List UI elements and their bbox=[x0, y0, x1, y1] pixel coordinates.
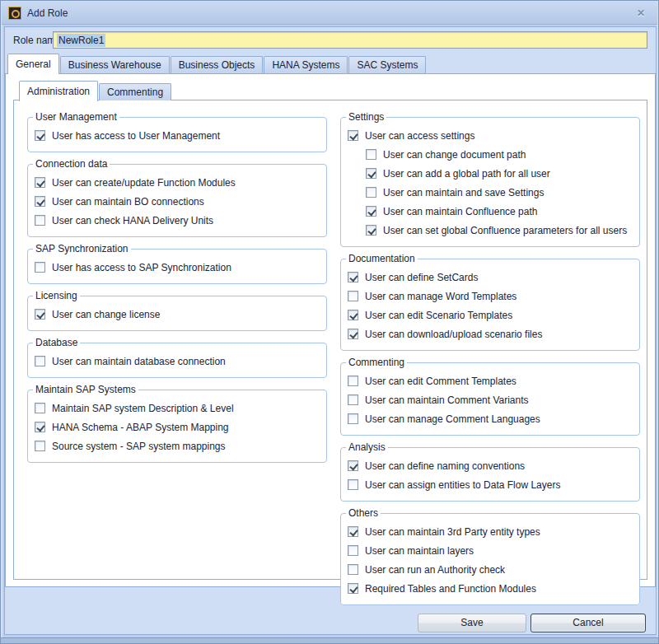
checkbox-label[interactable]: User can check HANA Delivery Units bbox=[52, 215, 213, 226]
checkbox-label[interactable]: User can add a global path for all user bbox=[383, 168, 550, 180]
checkbox-hana-schema-abap-system-mapping[interactable] bbox=[35, 422, 45, 432]
checkbox-required-tables-and-function-modules[interactable] bbox=[348, 583, 358, 594]
checkbox-label[interactable]: User has access to User Management bbox=[52, 130, 220, 142]
checkbox-label[interactable]: Maintain SAP system Description & Level bbox=[52, 403, 234, 414]
checkbox-user-has-access-to-sap-synchronization[interactable] bbox=[35, 262, 45, 273]
administration-panel: User ManagementUser has access to User M… bbox=[13, 100, 647, 580]
checkbox-user-can-maintain-comment-variants[interactable] bbox=[348, 394, 358, 405]
group-commenting: CommentingUser can edit Comment Template… bbox=[340, 357, 640, 436]
tab-general[interactable]: General bbox=[7, 54, 59, 74]
checkbox-label[interactable]: User can create/update Function Modules bbox=[52, 177, 236, 189]
checkbox-row: User can maintain Comment Variants bbox=[341, 390, 639, 409]
tab-business-warehouse[interactable]: Business Warehouse bbox=[60, 56, 170, 73]
checkbox-user-can-download-upload-scenario-files[interactable] bbox=[348, 329, 358, 339]
checkbox-row: User can run an Authority check bbox=[341, 560, 639, 579]
checkbox-user-can-manage-word-templates[interactable] bbox=[348, 291, 358, 301]
checkbox-label[interactable]: User can edit Scenario Templates bbox=[365, 310, 512, 321]
checkbox-source-system-sap-system-mappings[interactable] bbox=[35, 441, 45, 451]
checkbox-label[interactable]: User can define SetCards bbox=[365, 272, 478, 283]
checkbox-row: User can maintain BO connections bbox=[28, 192, 326, 211]
checkbox-label[interactable]: User can maintain 3rd Party entity types bbox=[365, 526, 540, 538]
checkbox-user-can-run-an-authority-check[interactable] bbox=[348, 564, 358, 575]
tab-sac-systems[interactable]: SAC Systems bbox=[348, 56, 426, 73]
checkbox-label[interactable]: User can maintain Comment Variants bbox=[365, 394, 529, 406]
checkbox-row: User can change license bbox=[28, 305, 326, 324]
checkbox-label[interactable]: HANA Schema - ABAP System Mapping bbox=[52, 422, 229, 433]
checkbox-label[interactable]: User can maintain and save Settings bbox=[383, 187, 544, 198]
group-title: Connection data bbox=[33, 159, 110, 170]
checkbox-label[interactable]: User can download/upload scenario files bbox=[365, 329, 542, 340]
save-button[interactable]: Save bbox=[418, 614, 526, 632]
checkbox-user-can-maintain-layers[interactable] bbox=[348, 545, 358, 556]
checkbox-label[interactable]: User can change license bbox=[52, 309, 160, 320]
checkbox-row: User has access to User Management bbox=[28, 126, 326, 145]
checkbox-user-can-manage-comment-languages[interactable] bbox=[348, 413, 358, 424]
checkbox-label[interactable]: User can edit Comment Templates bbox=[365, 376, 516, 387]
checkbox-user-can-change-license[interactable] bbox=[35, 309, 45, 320]
checkbox-maintain-sap-system-description-level[interactable] bbox=[35, 403, 45, 413]
sub-tab-bar: AdministrationCommenting bbox=[19, 80, 172, 100]
left-column: User ManagementUser has access to User M… bbox=[27, 112, 327, 469]
group-title: SAP Synchronization bbox=[33, 244, 131, 254]
checkbox-user-can-change-document-path[interactable] bbox=[366, 149, 376, 160]
checkbox-user-can-maintain-bo-connections[interactable] bbox=[35, 196, 45, 207]
checkbox-label[interactable]: User can maintain layers bbox=[365, 545, 474, 557]
checkbox-row: User can maintain and save Settings bbox=[341, 183, 639, 202]
group-user-management: User ManagementUser has access to User M… bbox=[27, 112, 327, 152]
close-icon: ✕ bbox=[637, 7, 645, 19]
checkbox-user-has-access-to-user-management[interactable] bbox=[35, 130, 45, 141]
group-connection-data: Connection dataUser can create/update Fu… bbox=[27, 159, 327, 237]
checkbox-label[interactable]: User can change document path bbox=[383, 149, 526, 161]
checkbox-label[interactable]: Source system - SAP system mappings bbox=[52, 441, 226, 452]
tab-business-objects[interactable]: Business Objects bbox=[171, 56, 264, 73]
group-title: User Management bbox=[33, 112, 119, 123]
checkbox-row: User can access settings bbox=[341, 126, 639, 145]
checkbox-row: User can set global Confluence parameter… bbox=[341, 221, 639, 240]
checkbox-label[interactable]: User can manage Comment Languages bbox=[365, 413, 540, 425]
checkbox-user-can-maintain-3rd-party-entity-types[interactable] bbox=[348, 526, 358, 537]
checkbox-user-can-add-a-global-path-for-all-user[interactable] bbox=[366, 168, 376, 179]
checkbox-label[interactable]: User can manage Word Templates bbox=[365, 291, 516, 302]
checkbox-user-can-access-settings[interactable] bbox=[348, 130, 358, 141]
checkbox-label[interactable]: User can maintain database connection bbox=[52, 356, 226, 367]
checkbox-user-can-define-setcards[interactable] bbox=[348, 272, 358, 282]
checkbox-label[interactable]: User can maintain Confluence path bbox=[383, 206, 537, 217]
checkbox-row: User can edit Scenario Templates bbox=[341, 306, 639, 324]
cancel-button[interactable]: Cancel bbox=[530, 614, 646, 632]
checkbox-user-can-maintain-database-connection[interactable] bbox=[35, 356, 45, 366]
checkbox-label[interactable]: User can define naming conventions bbox=[365, 460, 525, 472]
close-button[interactable]: ✕ bbox=[634, 7, 647, 20]
group-others: OthersUser can maintain 3rd Party entity… bbox=[340, 508, 640, 605]
subtab-commenting[interactable]: Commenting bbox=[99, 83, 171, 100]
checkbox-user-can-set-global-confluence-parameters-for-all-users[interactable] bbox=[366, 225, 376, 236]
checkbox-user-can-assign-entities-to-data-flow-layers[interactable] bbox=[348, 479, 358, 490]
group-title: Licensing bbox=[33, 291, 80, 301]
checkbox-row: User can maintain layers bbox=[341, 541, 639, 560]
checkbox-user-can-check-hana-delivery-units[interactable] bbox=[35, 215, 45, 226]
checkbox-label[interactable]: User can run an Authority check bbox=[365, 564, 505, 576]
checkbox-row: User can maintain database connection bbox=[28, 352, 326, 371]
checkbox-user-can-maintain-and-save-settings[interactable] bbox=[366, 187, 376, 198]
checkbox-label[interactable]: User can maintain BO connections bbox=[52, 196, 204, 208]
checkbox-user-can-edit-comment-templates[interactable] bbox=[348, 376, 358, 386]
checkbox-label[interactable]: User can access settings bbox=[365, 130, 474, 142]
checkbox-user-can-edit-scenario-templates[interactable] bbox=[348, 310, 358, 320]
subtab-administration[interactable]: Administration bbox=[19, 81, 98, 101]
app-icon bbox=[8, 7, 21, 20]
tab-hana-systems[interactable]: HANA Systems bbox=[264, 56, 348, 73]
checkbox-label[interactable]: User has access to SAP Synchronization bbox=[52, 262, 231, 273]
role-name-input[interactable]: NewRole1 bbox=[53, 31, 647, 49]
group-documentation: DocumentationUser can define SetCardsUse… bbox=[340, 254, 640, 351]
checkbox-row: User can check HANA Delivery Units bbox=[28, 211, 326, 230]
checkbox-user-can-create-update-function-modules[interactable] bbox=[35, 177, 45, 188]
checkbox-label[interactable]: User can set global Confluence parameter… bbox=[383, 225, 627, 236]
checkbox-user-can-maintain-confluence-path[interactable] bbox=[366, 206, 376, 217]
checkbox-user-can-define-naming-conventions[interactable] bbox=[348, 460, 358, 471]
checkbox-row: User can define naming conventions bbox=[341, 456, 639, 475]
group-settings: SettingsUser can access settingsUser can… bbox=[340, 112, 640, 247]
group-title: Database bbox=[33, 338, 80, 348]
checkbox-row: User can add a global path for all user bbox=[341, 164, 639, 183]
checkbox-label[interactable]: Required Tables and Function Modules bbox=[365, 583, 536, 595]
checkbox-label[interactable]: User can assign entities to Data Flow La… bbox=[365, 479, 560, 491]
checkbox-row: User can assign entities to Data Flow La… bbox=[341, 475, 639, 494]
